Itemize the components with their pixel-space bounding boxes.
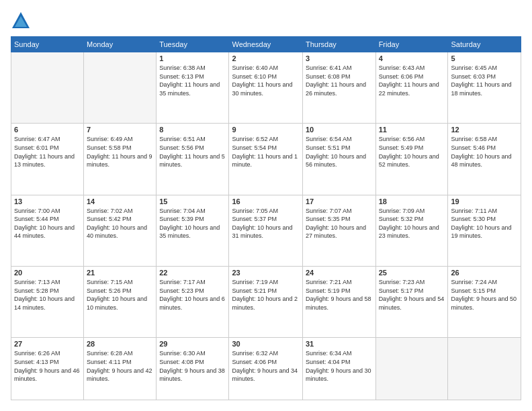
day-info: Sunrise: 6:40 AMSunset: 6:10 PMDaylight:… [232,64,300,97]
day-number: 3 [306,54,373,62]
day-info: Sunrise: 6:49 AMSunset: 5:58 PMDaylight:… [87,135,153,169]
calendar-cell: 18Sunrise: 7:09 AMSunset: 5:32 PMDayligh… [375,195,448,266]
calendar-day-header: Tuesday [157,37,229,52]
calendar-cell: 28Sunrise: 6:28 AMSunset: 4:11 PMDayligh… [84,338,157,400]
day-number: 26 [451,269,518,277]
calendar-day-header: Sunday [11,37,84,52]
day-info: Sunrise: 6:47 AMSunset: 6:01 PMDaylight:… [14,135,81,169]
calendar-day-header: Wednesday [229,37,303,52]
day-number: 23 [232,269,300,277]
calendar-cell: 2Sunrise: 6:40 AMSunset: 6:10 PMDaylight… [229,52,303,124]
calendar-cell: 16Sunrise: 7:05 AMSunset: 5:37 PMDayligh… [229,195,303,266]
day-info: Sunrise: 7:17 AMSunset: 5:23 PMDaylight:… [159,278,226,312]
calendar-week-row: 13Sunrise: 7:00 AMSunset: 5:44 PMDayligh… [11,195,521,266]
day-info: Sunrise: 7:19 AMSunset: 5:21 PMDaylight:… [232,278,300,312]
day-info: Sunrise: 7:15 AMSunset: 5:26 PMDaylight:… [87,278,153,312]
calendar-day-header: Friday [375,37,448,52]
day-info: Sunrise: 6:43 AMSunset: 6:06 PMDaylight:… [379,64,445,97]
day-info: Sunrise: 6:45 AMSunset: 6:03 PMDaylight:… [451,64,518,97]
day-number: 22 [159,269,226,277]
day-number: 6 [14,126,81,134]
calendar-cell: 4Sunrise: 6:43 AMSunset: 6:06 PMDaylight… [375,52,448,124]
calendar-cell [84,52,157,124]
day-number: 1 [159,54,226,62]
calendar-cell: 7Sunrise: 6:49 AMSunset: 5:58 PMDaylight… [84,124,157,195]
day-number: 28 [87,340,153,348]
day-info: Sunrise: 6:41 AMSunset: 6:08 PMDaylight:… [306,64,373,97]
day-number: 21 [87,269,153,277]
calendar-cell [375,338,448,400]
day-number: 16 [232,197,300,205]
day-info: Sunrise: 6:28 AMSunset: 4:11 PMDaylight:… [87,349,153,383]
day-info: Sunrise: 7:02 AMSunset: 5:42 PMDaylight:… [87,207,153,240]
calendar-cell: 20Sunrise: 7:13 AMSunset: 5:28 PMDayligh… [11,267,84,338]
calendar-cell: 1Sunrise: 6:38 AMSunset: 6:13 PMDaylight… [157,52,229,124]
calendar-cell: 10Sunrise: 6:54 AMSunset: 5:51 PMDayligh… [302,124,375,195]
day-number: 7 [87,126,153,134]
calendar-cell: 22Sunrise: 7:17 AMSunset: 5:23 PMDayligh… [157,267,229,338]
calendar-cell: 24Sunrise: 7:21 AMSunset: 5:19 PMDayligh… [302,267,375,338]
day-number: 15 [159,197,226,205]
day-info: Sunrise: 6:58 AMSunset: 5:46 PMDaylight:… [451,135,518,169]
calendar-cell: 31Sunrise: 6:34 AMSunset: 4:04 PMDayligh… [302,338,375,400]
header [11,11,521,31]
day-info: Sunrise: 7:11 AMSunset: 5:30 PMDaylight:… [451,207,518,240]
calendar-cell: 6Sunrise: 6:47 AMSunset: 6:01 PMDaylight… [11,124,84,195]
day-info: Sunrise: 6:32 AMSunset: 4:06 PMDaylight:… [232,349,300,383]
calendar-week-row: 6Sunrise: 6:47 AMSunset: 6:01 PMDaylight… [11,124,521,195]
day-number: 13 [14,197,81,205]
calendar-cell: 3Sunrise: 6:41 AMSunset: 6:08 PMDaylight… [302,52,375,124]
calendar-cell: 13Sunrise: 7:00 AMSunset: 5:44 PMDayligh… [11,195,84,266]
day-info: Sunrise: 6:56 AMSunset: 5:49 PMDaylight:… [379,135,445,169]
day-number: 27 [14,340,81,348]
calendar-cell: 29Sunrise: 6:30 AMSunset: 4:08 PMDayligh… [157,338,229,400]
day-info: Sunrise: 7:00 AMSunset: 5:44 PMDaylight:… [14,207,81,240]
day-info: Sunrise: 7:24 AMSunset: 5:15 PMDaylight:… [451,278,518,312]
day-info: Sunrise: 7:23 AMSunset: 5:17 PMDaylight:… [379,278,445,312]
page: SundayMondayTuesdayWednesdayThursdayFrid… [0,0,532,411]
calendar-day-header: Thursday [302,37,375,52]
calendar-table: SundayMondayTuesdayWednesdayThursdayFrid… [11,36,521,400]
day-info: Sunrise: 6:54 AMSunset: 5:51 PMDaylight:… [306,135,373,169]
day-info: Sunrise: 7:21 AMSunset: 5:19 PMDaylight:… [306,278,373,312]
calendar-cell: 15Sunrise: 7:04 AMSunset: 5:39 PMDayligh… [157,195,229,266]
day-number: 30 [232,340,300,348]
calendar-cell: 21Sunrise: 7:15 AMSunset: 5:26 PMDayligh… [84,267,157,338]
calendar-cell: 25Sunrise: 7:23 AMSunset: 5:17 PMDayligh… [375,267,448,338]
day-number: 20 [14,269,81,277]
calendar-cell: 30Sunrise: 6:32 AMSunset: 4:06 PMDayligh… [229,338,303,400]
day-info: Sunrise: 7:07 AMSunset: 5:35 PMDaylight:… [306,207,373,240]
calendar-cell: 19Sunrise: 7:11 AMSunset: 5:30 PMDayligh… [448,195,521,266]
day-info: Sunrise: 7:13 AMSunset: 5:28 PMDaylight:… [14,278,81,312]
logo-icon [11,11,31,31]
day-number: 5 [451,54,518,62]
day-number: 18 [379,197,445,205]
logo [11,11,34,31]
day-number: 12 [451,126,518,134]
day-info: Sunrise: 7:04 AMSunset: 5:39 PMDaylight:… [159,207,226,240]
calendar-week-row: 27Sunrise: 6:26 AMSunset: 4:13 PMDayligh… [11,338,521,400]
day-number: 31 [306,340,373,348]
day-number: 2 [232,54,300,62]
day-info: Sunrise: 7:05 AMSunset: 5:37 PMDaylight:… [232,207,300,240]
calendar-cell: 8Sunrise: 6:51 AMSunset: 5:56 PMDaylight… [157,124,229,195]
day-number: 14 [87,197,153,205]
day-info: Sunrise: 6:34 AMSunset: 4:04 PMDaylight:… [306,349,373,383]
calendar-header-row: SundayMondayTuesdayWednesdayThursdayFrid… [11,37,521,52]
calendar-cell: 26Sunrise: 7:24 AMSunset: 5:15 PMDayligh… [448,267,521,338]
day-number: 8 [159,126,226,134]
calendar-week-row: 20Sunrise: 7:13 AMSunset: 5:28 PMDayligh… [11,267,521,338]
calendar-cell: 9Sunrise: 6:52 AMSunset: 5:54 PMDaylight… [229,124,303,195]
day-number: 29 [159,340,226,348]
calendar-cell: 14Sunrise: 7:02 AMSunset: 5:42 PMDayligh… [84,195,157,266]
calendar-cell [448,338,521,400]
calendar-week-row: 1Sunrise: 6:38 AMSunset: 6:13 PMDaylight… [11,52,521,124]
day-number: 11 [379,126,445,134]
day-info: Sunrise: 6:30 AMSunset: 4:08 PMDaylight:… [159,349,226,383]
calendar-cell: 5Sunrise: 6:45 AMSunset: 6:03 PMDaylight… [448,52,521,124]
calendar-cell: 12Sunrise: 6:58 AMSunset: 5:46 PMDayligh… [448,124,521,195]
day-info: Sunrise: 7:09 AMSunset: 5:32 PMDaylight:… [379,207,445,240]
day-number: 24 [306,269,373,277]
calendar-cell: 27Sunrise: 6:26 AMSunset: 4:13 PMDayligh… [11,338,84,400]
calendar-cell: 23Sunrise: 7:19 AMSunset: 5:21 PMDayligh… [229,267,303,338]
